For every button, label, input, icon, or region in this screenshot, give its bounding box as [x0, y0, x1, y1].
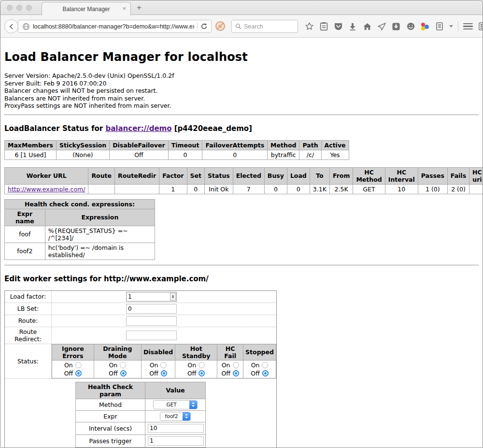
worker-url-link[interactable]: http://www.example.com/ — [8, 186, 85, 193]
lb-set-label: LB Set: — [5, 303, 52, 315]
back-button[interactable] — [4, 19, 18, 33]
zoom-window-button[interactable] — [26, 5, 32, 11]
disabled-on-radio[interactable] — [160, 362, 167, 368]
hc-fail-on-radio[interactable] — [233, 362, 239, 368]
url-bar[interactable]: localhost:8880/balancer-manager?b=demo&w… — [18, 20, 212, 33]
mosaic-grid-icon[interactable] — [478, 22, 483, 31]
hc-passes-label: Passes trigger — [76, 434, 145, 447]
ignore-errors-on-radio[interactable] — [75, 362, 82, 368]
hot-standby-on-radio[interactable] — [199, 362, 205, 368]
status-row: Status: Ignore Errors Draining Mode Disa… — [5, 344, 277, 378]
col-disablefailover: DisableFailover — [110, 140, 168, 150]
route-redirect-input[interactable] — [126, 331, 177, 340]
select-stepper-icon — [189, 401, 197, 409]
balancer-link[interactable]: balancer://demo — [105, 124, 171, 133]
status-options-table: Ignore Errors Draining Mode Disabled Hot… — [52, 344, 276, 378]
cell-to: 3.1K — [310, 184, 329, 194]
edit-worker-heading: Edit worker settings for http://www.exam… — [4, 275, 479, 283]
lb-set-input[interactable] — [126, 304, 177, 314]
search-bar[interactable]: Search — [231, 20, 298, 33]
route-input[interactable] — [126, 316, 177, 326]
hc-expr-value: foof2 — [160, 413, 183, 419]
heading-suffix: [p4420eeae_demo] — [172, 124, 252, 133]
col-worker-url: Worker URL — [5, 167, 88, 184]
page-content: Load Balancer Manager for localhost Serv… — [0, 38, 483, 448]
server-version-line: Server Version: Apache/2.5.0-dev (Unix) … — [4, 72, 479, 80]
col-routeredir: RouteRedir — [115, 167, 159, 184]
col-set: Set — [187, 167, 204, 184]
hc-fail-off-radio[interactable] — [233, 370, 239, 376]
route-row: Route: — [5, 315, 277, 327]
cell-route — [88, 184, 115, 194]
ignore-errors-off-radio[interactable] — [75, 370, 82, 376]
number-stepper-icon[interactable]: ▲▼ — [170, 293, 176, 301]
col-factor: Factor — [159, 167, 187, 184]
reading-list-icon[interactable] — [319, 22, 328, 31]
col-fails: Fails — [447, 167, 469, 184]
proxypass-notice-line: ProxyPass settings are NOT inherited fro… — [4, 102, 479, 110]
tab-title: Balancer Manager — [62, 6, 110, 13]
load-factor-input[interactable] — [127, 293, 170, 300]
chat-smiley-icon[interactable] — [406, 22, 415, 31]
hc-passes-input[interactable] — [148, 436, 204, 446]
hc-interval-label: Interval (secs) — [76, 422, 145, 434]
disabled-off-radio[interactable] — [161, 370, 167, 376]
stopped-on-radio[interactable] — [262, 362, 268, 368]
hc-method-row: Method GET — [76, 399, 206, 410]
home-icon[interactable] — [362, 22, 372, 31]
load-factor-label: Load factor: — [5, 290, 52, 303]
hc-method-select[interactable]: GET — [153, 400, 198, 409]
downloads-icon[interactable] — [348, 22, 357, 31]
tab-close-icon[interactable]: × — [122, 5, 126, 12]
send-tab-icon[interactable] — [377, 22, 386, 31]
hc-expr-label: Expr — [76, 410, 145, 422]
loadbalancer-status-heading: LoadBalancer Status for balancer://demo … — [4, 124, 479, 133]
content-blocked-icon[interactable] — [215, 21, 226, 31]
col-active: Active — [321, 140, 349, 150]
load-factor-field[interactable]: ▲▼ — [126, 292, 177, 302]
tab-balancer-manager[interactable]: Balancer Manager × — [42, 2, 131, 15]
server-built-line: Server Built: Feb 9 2016 07:00:20 — [4, 80, 479, 87]
cell-load: 0 — [287, 184, 310, 194]
tab-bar: Balancer Manager × + — [0, 0, 483, 15]
menu-icon[interactable] — [463, 22, 473, 31]
col-elected: Elected — [233, 167, 264, 184]
search-placeholder[interactable]: Search — [244, 23, 263, 30]
extension-download-icon[interactable] — [391, 22, 401, 31]
globe-icon[interactable] — [22, 23, 30, 30]
cell-expr-name: foof — [5, 226, 45, 243]
url-text[interactable]: localhost:8880/balancer-manager?b=demo&w… — [33, 23, 194, 30]
status-col-disabled: On Off — [141, 360, 175, 378]
col-hc-uri: HC uri — [469, 167, 483, 184]
col-stickysession: StickySession — [56, 140, 109, 150]
reload-button[interactable] — [200, 23, 208, 30]
hot-standby-off-radio[interactable] — [199, 370, 205, 376]
pocket-icon[interactable] — [333, 22, 343, 31]
close-window-button[interactable] — [7, 5, 13, 11]
draining-mode-on-radio[interactable] — [120, 362, 126, 368]
edit-worker-form: Load factor: ▲▼ LB Set: Route: Route Red… — [4, 290, 277, 448]
off-label: Off — [64, 370, 73, 377]
col-ignore-errors: Ignore Errors — [52, 344, 94, 360]
minimize-window-button[interactable] — [16, 5, 22, 11]
status-col-hc-fail: On Off — [217, 360, 243, 378]
col-hc-method: HC Method — [353, 167, 385, 184]
new-tab-button[interactable]: + — [137, 3, 142, 13]
col-timeout: Timeout — [168, 140, 202, 150]
cell-path: /c/ — [299, 150, 321, 159]
status-col-stopped: On Off — [243, 360, 276, 378]
container-panel-icon[interactable] — [435, 22, 444, 31]
draining-mode-off-radio[interactable] — [120, 370, 127, 376]
col-busy: Busy — [264, 167, 287, 184]
col-hc-param: Health Check param — [76, 382, 145, 399]
chevron-down-icon[interactable] — [449, 25, 453, 28]
bookmark-star-icon[interactable] — [304, 22, 314, 31]
cell-passes: 1 (0) — [418, 184, 447, 194]
hc-interval-input[interactable] — [148, 424, 204, 433]
off-label: Off — [221, 370, 230, 377]
colored-dots-extension-icon[interactable] — [420, 22, 430, 31]
hc-expr-select[interactable]: foof2 — [160, 412, 191, 421]
cell-active: Yes — [321, 150, 349, 159]
stopped-off-radio[interactable] — [262, 370, 269, 376]
col-maxmembers: MaxMembers — [5, 140, 57, 150]
